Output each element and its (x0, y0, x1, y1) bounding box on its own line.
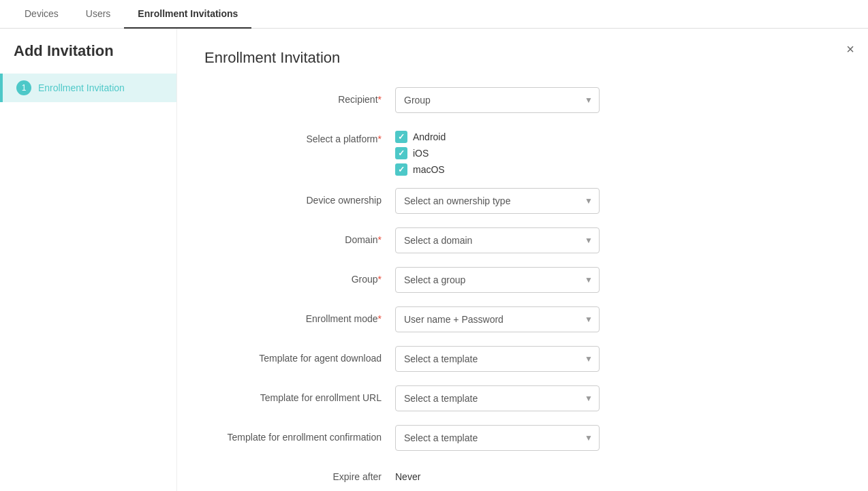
tab-devices[interactable]: Devices (11, 0, 72, 29)
ios-label: iOS (413, 148, 429, 159)
platform-control: Android iOS macOS (395, 127, 600, 176)
recipient-select[interactable]: Group User (395, 87, 600, 113)
template-enrollment-url-control: Select a template ▼ (395, 385, 600, 411)
form-row-template-confirmation: Template for enrollment confirmation Sel… (204, 425, 841, 452)
recipient-select-wrapper: Group User ▼ (395, 87, 600, 113)
form-row-device-ownership: Device ownership Select an ownership typ… (204, 188, 841, 215)
template-agent-select[interactable]: Select a template (395, 346, 600, 372)
label-device-ownership: Device ownership (204, 188, 395, 206)
main-layout: Add Invitation 1 Enrollment Invitation ×… (0, 29, 868, 491)
group-control: Select a group ▼ (395, 267, 600, 293)
form-row-platform: Select a platform* Android iOS macOS (204, 127, 841, 176)
platform-group: Android iOS macOS (395, 127, 600, 176)
form-title: Enrollment Invitation (204, 49, 841, 67)
content-area: × Enrollment Invitation Recipient* Group… (177, 29, 868, 491)
checkbox-ios[interactable]: iOS (395, 147, 600, 159)
sidebar-item-enrollment[interactable]: 1 Enrollment Invitation (0, 74, 176, 102)
group-select[interactable]: Select a group (395, 267, 600, 293)
enrollment-mode-control: User name + Password ▼ (395, 306, 600, 332)
recipient-control: Group User ▼ (395, 87, 600, 113)
android-checkbox-icon (395, 131, 407, 143)
template-agent-control: Select a template ▼ (395, 346, 600, 372)
sidebar-title: Add Invitation (0, 42, 176, 74)
label-template-confirmation: Template for enrollment confirmation (204, 425, 395, 443)
close-button[interactable]: × (846, 42, 854, 56)
android-label: Android (413, 131, 446, 142)
form-row-enrollment-mode: Enrollment mode* User name + Password ▼ (204, 306, 841, 334)
sidebar-item-label: Enrollment Invitation (38, 82, 125, 93)
sidebar: Add Invitation 1 Enrollment Invitation (0, 29, 177, 491)
form-row-template-agent: Template for agent download Select a tem… (204, 346, 841, 373)
template-agent-select-wrapper: Select a template ▼ (395, 346, 600, 372)
template-enrollment-url-select[interactable]: Select a template (395, 385, 600, 411)
label-recipient: Recipient* (204, 87, 395, 105)
expire-control: Never (395, 464, 600, 482)
top-nav: Devices Users Enrollment Invitations (0, 0, 868, 29)
template-confirmation-select[interactable]: Select a template (395, 425, 600, 451)
template-confirmation-select-wrapper: Select a template ▼ (395, 425, 600, 451)
checkbox-android[interactable]: Android (395, 131, 600, 143)
macos-checkbox-icon (395, 163, 407, 176)
domain-select-wrapper: Select a domain ▼ (395, 227, 600, 253)
label-group: Group* (204, 267, 395, 285)
tab-enrollment-invitations[interactable]: Enrollment Invitations (124, 0, 251, 29)
form-row-template-enrollment-url: Template for enrollment URL Select a tem… (204, 385, 841, 413)
form-row-group: Group* Select a group ▼ (204, 267, 841, 294)
tab-users[interactable]: Users (72, 0, 125, 29)
form-row-domain: Domain* Select a domain ▼ (204, 227, 841, 255)
domain-control: Select a domain ▼ (395, 227, 600, 253)
label-platform: Select a platform* (204, 127, 395, 144)
device-ownership-select[interactable]: Select an ownership type Personal Corpor… (395, 188, 600, 214)
label-enrollment-mode: Enrollment mode* (204, 306, 395, 324)
step-number: 1 (16, 80, 31, 95)
device-ownership-control: Select an ownership type Personal Corpor… (395, 188, 600, 214)
macos-label: macOS (413, 164, 445, 175)
label-template-agent: Template for agent download (204, 346, 395, 364)
form-row-recipient: Recipient* Group User ▼ (204, 87, 841, 114)
device-ownership-select-wrapper: Select an ownership type Personal Corpor… (395, 188, 600, 214)
label-expire: Expire after (204, 464, 395, 482)
form-row-expire: Expire after Never (204, 464, 841, 491)
label-domain: Domain* (204, 227, 395, 245)
label-template-enrollment-url: Template for enrollment URL (204, 385, 395, 403)
domain-select[interactable]: Select a domain (395, 227, 600, 253)
enrollment-mode-select-wrapper: User name + Password ▼ (395, 306, 600, 332)
enrollment-mode-select[interactable]: User name + Password (395, 306, 600, 332)
group-select-wrapper: Select a group ▼ (395, 267, 600, 293)
checkbox-macos[interactable]: macOS (395, 163, 600, 176)
expire-value: Never (395, 464, 600, 482)
template-confirmation-control: Select a template ▼ (395, 425, 600, 451)
template-enrollment-url-select-wrapper: Select a template ▼ (395, 385, 600, 411)
ios-checkbox-icon (395, 147, 407, 159)
